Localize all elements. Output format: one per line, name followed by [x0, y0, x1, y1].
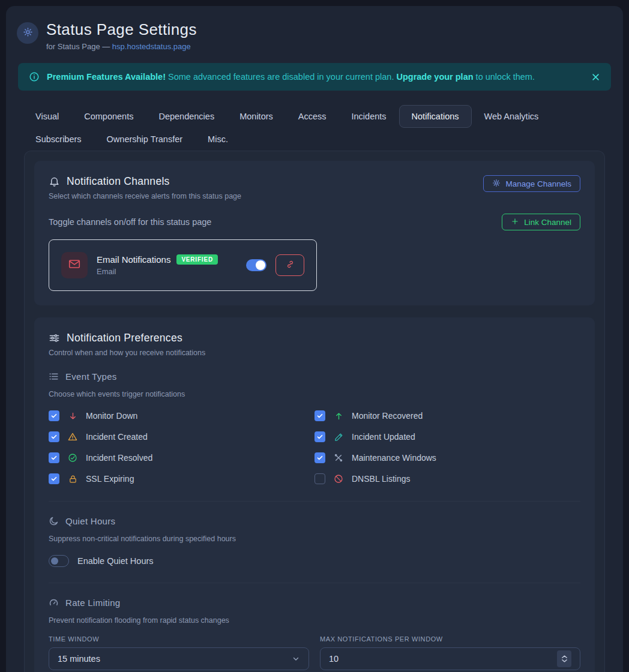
- number-stepper-icon[interactable]: [557, 650, 571, 667]
- info-circle-icon: [29, 71, 40, 82]
- channel-info: Email Notifications VERIFIED Email: [97, 254, 218, 276]
- envelope-icon: [68, 257, 81, 273]
- channel-icon-box: [61, 252, 88, 278]
- notifications-tab-panel: Notification Channels Select which chann…: [24, 151, 605, 672]
- channels-title: Notification Channels: [67, 175, 170, 188]
- link-channel-button[interactable]: Link Channel: [502, 214, 580, 230]
- tab-components[interactable]: Components: [71, 105, 146, 128]
- incident-updated-checkbox[interactable]: [314, 431, 325, 442]
- section-divider: [49, 501, 580, 502]
- link-channel-label: Link Channel: [524, 218, 571, 227]
- settings-badge: [17, 22, 38, 44]
- event-label: DNSBL Listings: [352, 474, 411, 484]
- upgrade-plan-link[interactable]: Upgrade your plan: [396, 72, 473, 82]
- event-types-title: Event Types: [65, 371, 117, 382]
- list-icon: [49, 371, 59, 382]
- rate-limiting-section: Rate Limiting Prevent notification flood…: [49, 598, 580, 670]
- incident-resolved-checkbox[interactable]: [49, 452, 59, 463]
- tab-monitors[interactable]: Monitors: [227, 105, 286, 128]
- quiet-hours-title: Quiet Hours: [65, 516, 115, 526]
- max-notifications-control: [320, 647, 580, 670]
- event-label: Incident Created: [86, 432, 148, 442]
- channel-enabled-toggle[interactable]: [246, 259, 266, 271]
- gauge-icon: [49, 598, 59, 608]
- no-entry-icon: [333, 474, 344, 484]
- bell-icon: [49, 176, 60, 187]
- channels-title-row: Notification Channels: [49, 175, 241, 188]
- monitor-down-checkbox[interactable]: [49, 410, 59, 421]
- channels-toggle-row: Toggle channels on/off for this status p…: [49, 214, 580, 230]
- incident-created-checkbox[interactable]: [49, 431, 59, 442]
- max-notifications-field: MAX NOTIFICATIONS PER WINDOW: [320, 635, 580, 670]
- channels-subtitle: Select which channels receive alerts fro…: [49, 192, 241, 200]
- event-incident-created: Incident Created: [49, 430, 314, 443]
- tab-web-analytics[interactable]: Web Analytics: [472, 105, 552, 128]
- event-maintenance-windows: Maintenance Windows: [314, 451, 580, 464]
- tab-access[interactable]: Access: [286, 105, 339, 128]
- arrow-up-icon: [333, 412, 344, 421]
- check-circle-icon: [67, 453, 78, 463]
- warning-icon: [67, 432, 78, 442]
- channels-toggle-hint: Toggle channels on/off for this status p…: [49, 217, 211, 227]
- event-label: Monitor Recovered: [352, 411, 423, 421]
- chain-link-icon: [286, 260, 295, 271]
- email-channel-card: Email Notifications VERIFIED Email: [49, 239, 317, 291]
- moon-icon: [49, 516, 59, 526]
- ssl-expiring-checkbox[interactable]: [49, 473, 59, 484]
- dnsbl-listings-checkbox[interactable]: [314, 473, 325, 484]
- tab-subscribers[interactable]: Subscribers: [23, 128, 94, 151]
- quiet-hours-toggle[interactable]: [49, 555, 69, 567]
- tab-notifications[interactable]: Notifications: [399, 105, 472, 128]
- event-incident-updated: Incident Updated: [314, 430, 580, 443]
- status-page-link[interactable]: hsp.hostedstatus.page: [112, 42, 191, 51]
- lock-icon: [67, 475, 78, 484]
- quiet-hours-toggle-label: Enable Quiet Hours: [77, 556, 154, 566]
- channel-type: Email: [97, 267, 218, 276]
- chevron-down-icon: [292, 655, 300, 663]
- event-types-section: Event Types Choose which events trigger …: [49, 371, 580, 485]
- preferences-title-row: Notification Preferences: [49, 332, 205, 344]
- close-icon[interactable]: [591, 73, 600, 82]
- settings-tabs: Visual Components Dependencies Monitors …: [23, 105, 611, 151]
- gear-icon: [492, 179, 501, 189]
- time-window-select[interactable]: 15 minutes: [49, 647, 309, 670]
- tab-incidents[interactable]: Incidents: [339, 105, 399, 128]
- event-label: SSL Expiring: [86, 474, 134, 484]
- channel-name: Email Notifications: [97, 254, 170, 265]
- manage-channels-label: Manage Channels: [505, 179, 571, 188]
- maintenance-windows-checkbox[interactable]: [314, 452, 325, 463]
- event-types-subtitle: Choose which events trigger notification…: [49, 390, 580, 398]
- banner-text: Premium Features Available! Some advance…: [47, 72, 535, 82]
- monitor-recovered-checkbox[interactable]: [314, 410, 325, 421]
- quiet-hours-subtitle: Suppress non-critical notifications duri…: [49, 535, 580, 543]
- event-label: Maintenance Windows: [352, 453, 436, 463]
- tab-ownership-transfer[interactable]: Ownership Transfer: [94, 128, 196, 151]
- tab-misc[interactable]: Misc.: [195, 128, 241, 151]
- event-label: Monitor Down: [86, 411, 137, 421]
- page-title: Status Page Settings: [46, 20, 197, 39]
- preferences-title: Notification Preferences: [67, 332, 182, 344]
- arrow-down-icon: [67, 412, 78, 421]
- tab-visual[interactable]: Visual: [23, 105, 71, 128]
- page-title-block: Status Page Settings for Status Page — h…: [46, 20, 197, 51]
- status-page-settings-window: Status Page Settings for Status Page — h…: [6, 6, 623, 672]
- section-divider: [49, 583, 580, 583]
- event-ssl-expiring: SSL Expiring: [49, 472, 314, 485]
- notification-channels-card: Notification Channels Select which chann…: [34, 161, 595, 305]
- event-types-grid: Monitor Down Monitor Recovered: [49, 409, 580, 485]
- rate-limiting-subtitle: Prevent notification flooding from rapid…: [49, 616, 580, 625]
- max-notifications-label: MAX NOTIFICATIONS PER WINDOW: [320, 635, 580, 643]
- pencil-icon: [333, 433, 344, 442]
- manage-channels-button[interactable]: Manage Channels: [483, 175, 580, 192]
- tools-icon: [333, 453, 344, 463]
- verified-badge: VERIFIED: [176, 254, 218, 265]
- tab-dependencies[interactable]: Dependencies: [146, 105, 227, 128]
- unlink-channel-button[interactable]: [275, 254, 304, 276]
- page-header: Status Page Settings for Status Page — h…: [6, 6, 623, 51]
- notification-preferences-card: Notification Preferences Control when an…: [34, 317, 595, 672]
- max-notifications-input[interactable]: [329, 654, 449, 664]
- premium-banner: Premium Features Available! Some advance…: [18, 63, 611, 91]
- event-dnsbl-listings: DNSBL Listings: [314, 472, 580, 485]
- event-monitor-recovered: Monitor Recovered: [314, 409, 580, 422]
- quiet-hours-section: Quiet Hours Suppress non-critical notifi…: [49, 516, 580, 567]
